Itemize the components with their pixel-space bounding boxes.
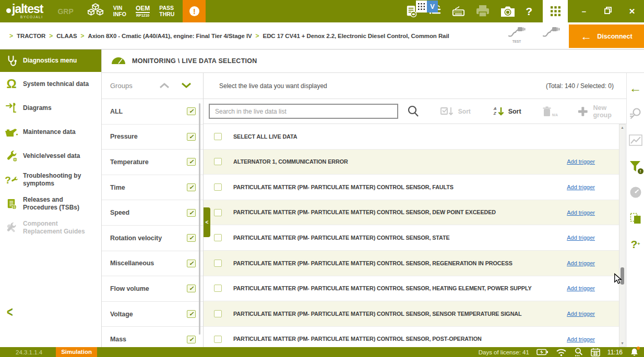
breadcrumb-vehicle-type[interactable]: TRACTOR [17,33,45,39]
add-trigger-link[interactable]: Add trigger [567,260,595,266]
filter-alert-icon[interactable]: ! [629,158,642,174]
add-trigger-link[interactable]: Add trigger [567,210,595,216]
checkbox-unchecked[interactable] [214,260,222,267]
checkbox-unchecked[interactable] [214,310,222,317]
checkbox-checked[interactable]: ✓ [187,310,196,318]
disconnect-button[interactable]: ← Disconnect [569,24,644,48]
sort-selected-button[interactable]: Sort [440,106,471,117]
apps-grid-button[interactable] [543,0,568,22]
cubes-icon[interactable] [87,3,104,20]
group-row-flow-volume[interactable]: Flow volume✓ [102,276,203,302]
alert-button[interactable]: ! [183,0,206,22]
search-icon[interactable] [407,105,420,118]
back-arrow-icon[interactable]: ← [629,80,642,95]
checkbox-checked[interactable]: ✓ [187,260,196,267]
add-trigger-link[interactable]: Add trigger [567,158,595,165]
close-button[interactable]: ✕ [620,7,644,16]
list-scrollbar[interactable]: ▲ ▼ [619,124,626,347]
sidebar-item-system-technical-data[interactable]: Ω System technical data [0,72,101,96]
scroll-down-arrow[interactable]: ▼ [619,340,625,347]
checkbox-unchecked[interactable] [214,209,222,216]
add-trigger-link[interactable]: Add trigger [567,184,595,190]
chevron-down-icon[interactable] [181,81,192,91]
scrollbar-thumb[interactable] [621,267,624,285]
checkbox-checked[interactable]: ✓ [187,183,196,191]
connector-test-button[interactable]: TEST [507,25,526,43]
group-row-rotation-velocity[interactable]: Rotation velocity✓ [102,226,203,251]
checkbox-checked[interactable]: ✓ [187,107,196,115]
group-row-all[interactable]: ALL✓ [102,99,203,125]
live-data-row[interactable]: PARTICULATE MATTER (PM- PARTICULATE MATT… [204,200,619,226]
checkbox-unchecked[interactable] [214,133,222,140]
camera-icon[interactable] [500,5,516,18]
collapse-panel-handle[interactable]: < [204,207,210,237]
search-list-icon[interactable] [629,106,642,121]
breadcrumb-model[interactable]: Axion 8X0 - Cmatic (A40/A41), engine: Fi… [88,33,252,39]
groups-scrollbar[interactable] [199,103,200,335]
checkbox-checked[interactable]: ✓ [187,133,196,141]
help-plus-icon[interactable]: ?+ [630,237,640,252]
sidebar-item-vehicle-vessel-data[interactable]: Vehicle/vessel data [0,144,101,168]
sort-alphabetical-button[interactable]: AZ Sort [494,107,521,116]
breadcrumb-system[interactable]: EDC 17 CV41 + Denox 2.2, Electronic Dies… [263,33,449,39]
search-user-icon[interactable] [574,348,583,357]
live-data-row[interactable]: PARTICULATE MATTER (PM- PARTICULATE MATT… [204,276,619,302]
add-trigger-link[interactable]: Add trigger [567,336,595,342]
group-row-mass[interactable]: Mass✓ [102,327,203,347]
delete-group-button[interactable]: N/A [542,106,558,117]
sidebar-collapse-chevron[interactable]: < [7,303,13,320]
group-row-time[interactable]: Time✓ [102,175,203,201]
graph-icon[interactable] [629,132,642,147]
checkbox-unchecked[interactable] [214,158,222,165]
restore-button[interactable] [596,7,620,16]
pass-thru-button[interactable]: PASS THRU [159,5,174,17]
checkbox-unchecked[interactable] [214,183,222,191]
vin-info-button[interactable]: VIN INFO [113,5,126,17]
copy-pages-icon[interactable] [629,211,642,226]
checkbox-unchecked[interactable] [214,285,222,292]
group-row-pressure[interactable]: Pressure✓ [102,125,203,150]
chevron-up-icon[interactable] [159,81,170,91]
scroll-up-arrow[interactable]: ▲ [619,125,625,131]
oem-rp1210-button[interactable]: OEM RP1210 [136,5,150,17]
new-group-button[interactable]: New group [578,104,626,119]
sidebar-item-diagnostics-menu[interactable]: Diagnostics menu [0,50,101,72]
connector-button[interactable] [542,25,560,41]
help-icon[interactable]: ? [526,5,532,18]
breadcrumb-brand[interactable]: CLAAS [56,33,77,39]
checkbox-checked[interactable]: ✓ [187,209,196,217]
live-data-row[interactable]: PARTICULATE MATTER (PM- PARTICULATE MATT… [204,225,619,251]
sidebar-item-troubleshooting[interactable]: ? Troubleshooting by symptoms [0,168,101,192]
live-data-row[interactable]: ALTERNATOR 1, COMMUNICATION ERROR Add tr… [204,150,619,175]
live-data-row[interactable]: PARTICULATE MATTER (PM- PARTICULATE MATT… [204,251,619,276]
grp-button[interactable]: GRP [57,7,73,16]
live-data-row[interactable]: PARTICULATE MATTER (PM- PARTICULATE MATT… [204,175,619,200]
gauge-gray-icon[interactable] [629,184,642,200]
checkbox-checked[interactable]: ✓ [187,234,196,242]
calendar-icon[interactable] [591,348,600,356]
search-input[interactable] [209,104,398,119]
printer-icon[interactable] [475,5,490,18]
select-all-row[interactable]: SELECT ALL LIVE DATA [204,124,619,150]
minimize-button[interactable]: – [572,7,596,16]
group-row-voltage[interactable]: Voltage✓ [102,302,203,327]
notification-bell-icon[interactable] [630,348,639,357]
add-trigger-link[interactable]: Add trigger [567,285,595,291]
sidebar-item-diagrams[interactable]: Diagrams [0,96,101,120]
live-data-row[interactable]: PARTICULATE MATTER (PM- PARTICULATE MATT… [204,327,619,347]
add-trigger-link[interactable]: Add trigger [567,311,595,317]
checkbox-checked[interactable]: ✓ [187,158,196,166]
group-row-temperature[interactable]: Temperature✓ [102,150,203,175]
checkbox-checked[interactable]: ✓ [187,285,196,292]
checkbox-unchecked[interactable] [214,234,222,241]
sidebar-item-maintenance-data[interactable]: Maintenance data [0,120,101,144]
keyboard-icon[interactable] [451,5,466,18]
group-row-speed[interactable]: Speed✓ [102,200,203,226]
sidebar-item-component-guides[interactable]: Component Replacement Guides [0,216,101,240]
add-trigger-link[interactable]: Add trigger [567,235,595,241]
live-data-row[interactable]: PARTICULATE MATTER (PM- PARTICULATE MATT… [204,301,619,327]
checkbox-unchecked[interactable] [214,336,222,343]
sidebar-item-releases-tsbs[interactable]: Releases and Procedures (TSBs) [0,192,101,216]
group-row-miscellaneous[interactable]: Miscellaneous✓ [102,251,203,277]
checkbox-checked[interactable]: ✓ [187,336,196,343]
